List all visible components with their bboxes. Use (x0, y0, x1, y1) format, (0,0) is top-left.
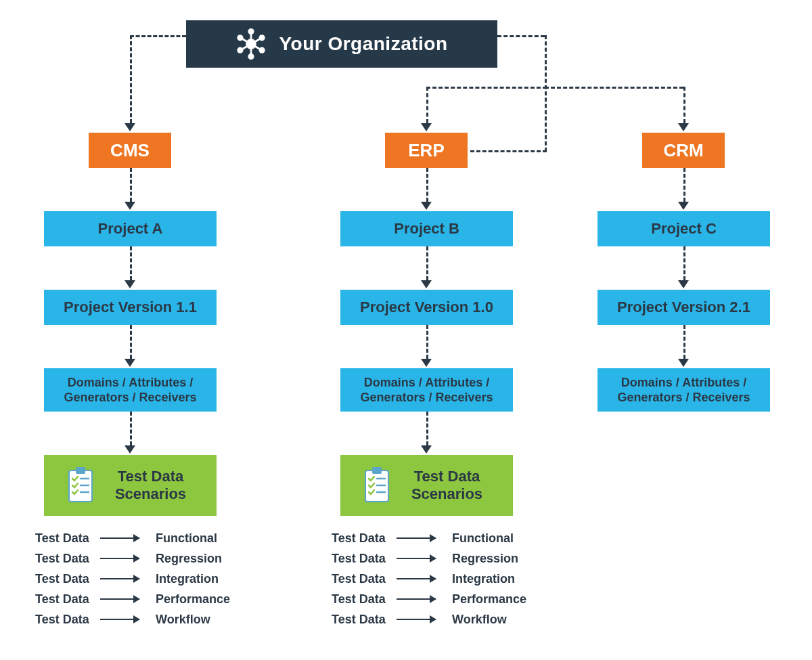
arrow-icon (421, 445, 432, 454)
test-type: Regression (156, 552, 222, 566)
test-type: Workflow (452, 613, 507, 627)
connector (545, 87, 683, 89)
connector (683, 168, 685, 202)
connector (130, 412, 132, 445)
diagram-canvas: Your Organization CMS ERP CRM Project A … (0, 0, 812, 660)
arrow-icon (397, 598, 436, 600)
arrow-icon (125, 445, 135, 454)
connector (426, 168, 428, 202)
project-c-box: Project C (597, 211, 770, 246)
version-b-label: Project Version 1.0 (360, 298, 493, 317)
test-data-label: Test Data (332, 531, 397, 546)
components-a-box: Domains / Attributes / Generators / Rece… (44, 368, 217, 412)
version-a-box: Project Version 1.1 (44, 290, 217, 325)
components-c-label: Domains / Attributes / Generators / Rece… (607, 375, 761, 405)
svg-rect-14 (76, 467, 85, 474)
arrow-icon (100, 558, 139, 559)
test-data-label: Test Data (35, 572, 100, 586)
arrow-icon (421, 202, 432, 210)
system-erp-box: ERP (385, 133, 468, 168)
list-item: Test Data Performance (35, 589, 230, 609)
test-data-list-a: Test Data Functional Test Data Regressio… (35, 528, 230, 630)
connector (497, 35, 545, 37)
scenarios-b-label: Test Data Scenarios (403, 468, 491, 504)
arrow-icon (397, 558, 436, 559)
connector (130, 168, 132, 202)
arrow-icon (100, 537, 139, 539)
organization-title: Your Organization (279, 33, 447, 55)
test-type: Integration (156, 572, 219, 586)
version-c-box: Project Version 2.1 (597, 290, 770, 325)
arrow-icon (421, 123, 432, 131)
arrow-icon (678, 280, 689, 288)
test-data-label: Test Data (332, 552, 397, 566)
list-item: Test Data Workflow (35, 609, 230, 630)
test-type: Functional (156, 531, 217, 546)
test-data-label: Test Data (332, 613, 397, 627)
test-data-label: Test Data (35, 613, 100, 627)
svg-point-6 (260, 48, 264, 52)
arrow-icon (100, 619, 139, 620)
arrow-icon (100, 578, 139, 579)
components-b-label: Domains / Attributes / Generators / Rece… (350, 375, 503, 405)
system-erp-label: ERP (408, 140, 444, 161)
arrow-icon (678, 123, 689, 131)
system-cms-box: CMS (89, 133, 171, 168)
system-crm-label: CRM (663, 140, 703, 161)
version-a-label: Project Version 1.1 (64, 298, 197, 317)
test-type: Workflow (156, 613, 210, 627)
test-type: Performance (156, 592, 230, 607)
svg-point-10 (238, 48, 242, 52)
arrow-icon (125, 280, 135, 288)
connector (130, 35, 186, 37)
arrow-icon (397, 619, 436, 620)
system-crm-box: CRM (642, 133, 725, 168)
project-a-label: Project A (98, 219, 163, 238)
test-data-label: Test Data (332, 572, 397, 586)
version-c-label: Project Version 2.1 (617, 298, 750, 317)
test-data-label: Test Data (35, 552, 100, 566)
scenarios-b-box: Test Data Scenarios (340, 455, 513, 516)
project-b-box: Project B (340, 211, 513, 246)
connector (130, 246, 132, 280)
test-data-label: Test Data (332, 592, 397, 607)
clipboard-icon (66, 466, 95, 504)
list-item: Test Data Integration (35, 569, 230, 589)
connector (426, 412, 428, 445)
connector (545, 35, 547, 152)
svg-point-8 (249, 54, 253, 58)
connector (426, 246, 428, 280)
list-item: Test Data Integration (332, 569, 526, 589)
list-item: Test Data Performance (332, 589, 526, 609)
connector (683, 246, 685, 280)
test-type: Regression (452, 552, 518, 566)
list-item: Test Data Regression (332, 548, 526, 569)
connector (683, 87, 685, 123)
svg-point-2 (249, 29, 253, 33)
arrow-icon (397, 537, 436, 539)
arrow-icon (397, 578, 436, 579)
project-b-label: Project B (394, 219, 459, 238)
connector (130, 35, 132, 123)
project-a-box: Project A (44, 211, 217, 246)
svg-point-4 (260, 36, 264, 40)
test-type: Performance (452, 592, 526, 607)
components-c-box: Domains / Attributes / Generators / Rece… (597, 368, 770, 412)
test-type: Integration (452, 572, 515, 586)
arrow-icon (421, 359, 432, 367)
system-cms-label: CMS (110, 140, 150, 161)
test-data-list-b: Test Data Functional Test Data Regressio… (332, 528, 526, 630)
connector (130, 325, 132, 359)
list-item: Test Data Functional (35, 528, 230, 548)
connector (426, 325, 428, 359)
version-b-box: Project Version 1.0 (340, 290, 513, 325)
components-b-box: Domains / Attributes / Generators / Rece… (340, 368, 513, 412)
arrow-icon (125, 202, 135, 210)
arrow-icon (678, 202, 689, 210)
organization-box: Your Organization (186, 20, 497, 68)
components-a-label: Domains / Attributes / Generators / Rece… (53, 375, 207, 405)
test-data-label: Test Data (35, 592, 100, 607)
test-type: Functional (452, 531, 514, 546)
connector (683, 325, 685, 359)
arrow-icon (100, 598, 139, 600)
